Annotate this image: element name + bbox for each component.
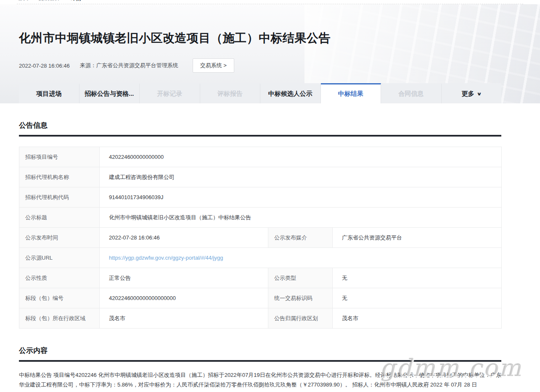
tab-opening-record: 开标记录 bbox=[140, 83, 200, 103]
tab-evaluation-report: 评标报告 bbox=[200, 83, 261, 103]
row-label: 公示标题 bbox=[19, 208, 100, 228]
table-row: 公示性质 正常公告 公示类型 无 bbox=[19, 268, 502, 288]
row-label: 标段（包）编号 bbox=[19, 288, 100, 308]
breadcrumb: 首页>交易公开>详情 bbox=[17, 0, 523, 4]
row-value: 建成工程咨询股份有限公司 bbox=[100, 167, 502, 187]
section-title-announcement-info: 公告信息 bbox=[19, 121, 501, 137]
table-row: 标段（包）所在行政区域 茂名市 公告归属行政区划 茂名市 bbox=[19, 308, 502, 329]
table-row: 招标项目编号 420224600000000000 bbox=[19, 147, 502, 167]
row-value: 4202246000000000000000 bbox=[100, 288, 268, 308]
row-label: 招标项目编号 bbox=[19, 147, 100, 167]
row-label: 招标代理机构名称 bbox=[19, 167, 100, 187]
row-label: 公告归属行政区划 bbox=[268, 308, 333, 329]
announcement-meta: 2022-07-28 16:06:46 来源：广东省公共资源交易平台管理系统 交… bbox=[19, 58, 234, 73]
row-label: 统一交易标识码 bbox=[268, 288, 333, 308]
table-row: 招标代理机构代码 91440101734906039J bbox=[19, 187, 502, 208]
breadcrumb-separator: > bbox=[32, 0, 35, 1]
tab-more[interactable]: 更多 ∨ bbox=[442, 83, 502, 103]
row-label: 招标代理机构代码 bbox=[19, 187, 100, 208]
row-value: 420224600000000000 bbox=[100, 147, 502, 167]
row-value: 91440101734906039J bbox=[100, 187, 502, 208]
tab-winning-result[interactable]: 中标结果 bbox=[321, 83, 381, 103]
row-label: 标段（包）所在行政区域 bbox=[19, 308, 100, 329]
publish-datetime: 2022-07-28 16:06:46 bbox=[19, 63, 70, 69]
row-value: 2022-07-28 16:06:46 bbox=[100, 228, 268, 248]
page-title: 化州市中垌镇城镇老旧小区改造项目（施工）中标结果公告 bbox=[19, 30, 331, 46]
breadcrumb-section[interactable]: 交易公开 bbox=[39, 0, 61, 1]
row-value: 茂名市 bbox=[100, 308, 268, 329]
breadcrumb-home[interactable]: 首页 bbox=[18, 0, 29, 1]
tab-bid-announcement[interactable]: 招标公告与资格... bbox=[79, 83, 140, 103]
breadcrumb-separator: > bbox=[64, 0, 67, 1]
row-label: 公示类型 bbox=[268, 268, 333, 288]
section-title-notice-content: 公示内容 bbox=[19, 346, 501, 362]
table-row: 公示源URL https://ygp.gdzwfw.gov.cn/ggzy-po… bbox=[19, 248, 502, 268]
tab-project-entry[interactable]: 项目进场 bbox=[19, 83, 79, 103]
trade-system-button[interactable]: 交易系统 > bbox=[193, 58, 234, 73]
source-label: 来源：广东省公共资源交易平台管理系统 bbox=[80, 62, 178, 69]
table-row: 公示发布时间 2022-07-28 16:06:46 公示发布媒介 广东省公共资… bbox=[19, 228, 502, 248]
detail-tabbar: 项目进场 招标公告与资格... 开标记录 评标报告 中标候选人公示 中标结果 合… bbox=[19, 83, 501, 103]
row-value: 茂名市 bbox=[333, 308, 502, 329]
announcement-info-table: 招标项目编号 420224600000000000 招标代理机构名称 建成工程咨… bbox=[19, 147, 502, 329]
row-value: 化州市中垌镇城镇老旧小区改造项目（施工）中标结果公告 bbox=[100, 208, 502, 228]
main-content: 公告信息 招标项目编号 420224600000000000 招标代理机构名称 … bbox=[19, 121, 501, 392]
row-value: https://ygp.gdzwfw.gov.cn/ggzy-portal/#/… bbox=[100, 248, 502, 268]
row-value: 无 bbox=[333, 288, 502, 308]
table-row: 标段（包）编号 4202246000000000000000 统一交易标识码 无 bbox=[19, 288, 502, 308]
row-label: 公示发布时间 bbox=[19, 228, 100, 248]
tab-contract-info: 合同信息 bbox=[381, 83, 442, 103]
notice-content-paragraph: 中标结果公告 项目编号4202246 化州市中垌镇城镇老旧小区改造项目（施工）招… bbox=[19, 371, 501, 392]
row-value: 正常公告 bbox=[100, 268, 268, 288]
row-value: 无 bbox=[333, 268, 502, 288]
breadcrumb-current: 详情 bbox=[70, 0, 81, 1]
chevron-down-icon: ∨ bbox=[476, 91, 482, 97]
tab-candidate-publicity[interactable]: 中标候选人公示 bbox=[260, 83, 321, 103]
table-row: 公示标题 化州市中垌镇城镇老旧小区改造项目（施工）中标结果公告 bbox=[19, 208, 502, 228]
row-value: 广东省公共资源交易平台 bbox=[333, 228, 502, 248]
hero-banner: 化州市中垌镇城镇老旧小区改造项目（施工）中标结果公告 2022-07-28 16… bbox=[0, 4, 540, 103]
row-label: 公示源URL bbox=[19, 248, 100, 268]
source-url-link[interactable]: https://ygp.gdzwfw.gov.cn/ggzy-portal/#/… bbox=[109, 255, 223, 261]
row-label: 公示发布媒介 bbox=[268, 228, 333, 248]
row-label: 公示性质 bbox=[19, 268, 100, 288]
table-row: 招标代理机构名称 建成工程咨询股份有限公司 bbox=[19, 167, 502, 187]
